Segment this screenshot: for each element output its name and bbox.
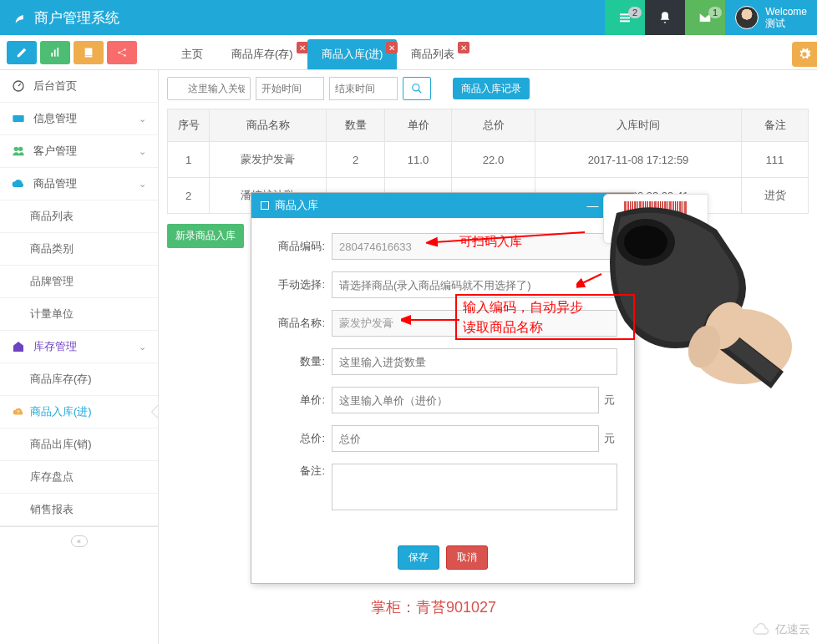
- tool-chart-button[interactable]: [40, 41, 70, 64]
- svg-rect-1: [620, 17, 630, 18]
- cloud-logo-icon: [752, 623, 772, 636]
- close-icon[interactable]: ✕: [458, 42, 469, 53]
- sidebar-item-product[interactable]: 商品管理 ⌄: [0, 168, 158, 200]
- dashboard-icon: [12, 79, 25, 93]
- cloud-up-icon: [12, 406, 25, 418]
- chevron-down-icon: ⌄: [139, 179, 146, 190]
- th-qty: 数量: [327, 109, 385, 142]
- settings-toggle[interactable]: [792, 42, 817, 67]
- book-icon: [83, 47, 94, 58]
- name-input[interactable]: [332, 310, 617, 337]
- close-icon[interactable]: ✕: [386, 42, 398, 53]
- header-mail-button[interactable]: 1: [685, 0, 725, 35]
- sidebar-label: 商品入库(进): [30, 404, 92, 419]
- tab-products[interactable]: 商品列表✕: [397, 39, 469, 69]
- cloud-icon: [12, 177, 25, 190]
- sidebar-label: 后台首页: [33, 79, 77, 94]
- modal-footer: 保存 取消: [251, 537, 634, 583]
- price-input[interactable]: [332, 387, 599, 413]
- sidebar-label: 客户管理: [33, 144, 77, 159]
- sidebar-item-stock-store[interactable]: 商品库存(存): [0, 363, 158, 396]
- unit-label: 元: [604, 431, 617, 446]
- tasks-badge: 2: [628, 7, 642, 18]
- minimize-button[interactable]: —: [587, 199, 599, 212]
- total-label: 总价:: [268, 431, 325, 446]
- svg-rect-10: [13, 115, 23, 122]
- end-date-input[interactable]: [329, 77, 398, 100]
- sidebar-item-info[interactable]: 信息管理 ⌄: [0, 103, 158, 135]
- mail-badge: 1: [708, 7, 722, 18]
- tool-share-button[interactable]: [107, 41, 137, 64]
- remark-label: 备注:: [268, 464, 325, 479]
- cell: 2: [168, 178, 210, 214]
- history-button[interactable]: 商品入库记录: [453, 78, 530, 99]
- svg-rect-3: [51, 53, 53, 57]
- sidebar-item-stock-check[interactable]: 库存盘点: [0, 461, 158, 494]
- barcode-number: 280474616633: [617, 226, 694, 238]
- remark-input[interactable]: [332, 464, 617, 510]
- user-panel[interactable]: Welcome 测试: [725, 0, 817, 35]
- cancel-button[interactable]: 取消: [446, 545, 488, 570]
- code-label: 商品编码:: [268, 239, 325, 254]
- sidebar-item-home[interactable]: 后台首页: [0, 70, 158, 103]
- chevron-down-icon: ⌄: [139, 146, 146, 157]
- table-row[interactable]: 1 蒙发护发膏 2 11.0 22.0 2017-11-08 17:12:59 …: [168, 142, 809, 178]
- start-date-input[interactable]: [256, 77, 324, 100]
- watermark-text: 亿速云: [775, 622, 810, 637]
- instock-modal: 商品入库 — □ ✕ 商品编码: 手动选择: 商品名称: 数量: 单价: 元 总…: [251, 192, 635, 584]
- tab-label: 主页: [181, 48, 203, 60]
- sidebar-collapse-button[interactable]: «: [0, 526, 158, 552]
- cell: 进货: [742, 178, 809, 214]
- header-bell-button[interactable]: [645, 0, 685, 35]
- total-input[interactable]: [332, 425, 599, 452]
- tab-stock[interactable]: 商品库存(存)✕: [217, 39, 307, 69]
- sidebar-item-stock-in[interactable]: 商品入库(进): [0, 396, 158, 428]
- th-time: 入库时间: [535, 109, 742, 142]
- leaf-icon: [13, 10, 28, 25]
- name-label: 商品名称:: [268, 316, 325, 331]
- th-seq: 序号: [168, 109, 210, 142]
- sidebar-item-sales-report[interactable]: 销售报表: [0, 494, 158, 526]
- cell: 2: [327, 142, 385, 178]
- th-price: 单价: [385, 109, 452, 142]
- sidebar-label: 商品库存(存): [30, 372, 92, 387]
- th-name: 商品名称: [210, 109, 327, 142]
- svg-rect-5: [57, 48, 58, 56]
- search-icon: [411, 83, 423, 94]
- save-button[interactable]: 保存: [398, 545, 439, 570]
- sidebar-label: 库存盘点: [30, 469, 74, 484]
- cell: 11.0: [385, 142, 452, 178]
- cell: 22.0: [452, 142, 535, 178]
- close-icon[interactable]: ✕: [297, 42, 308, 53]
- tool-buttons: [7, 41, 159, 64]
- sidebar-item-product-list[interactable]: 商品列表: [0, 200, 158, 233]
- sidebar-item-unit[interactable]: 计量单位: [0, 298, 158, 331]
- search-button[interactable]: [403, 77, 431, 100]
- sidebar-item-stock-out[interactable]: 商品出库(销): [0, 428, 158, 461]
- sidebar-item-stock[interactable]: 库存管理 ⌄: [0, 331, 158, 363]
- gear-icon: [798, 48, 811, 61]
- modal-title: 商品入库: [275, 198, 318, 213]
- header-actions: 2 1 Welcome 测试: [605, 0, 817, 35]
- price-label: 单价:: [268, 393, 325, 408]
- header-tasks-button[interactable]: 2: [605, 0, 645, 35]
- tool-edit-button[interactable]: [7, 41, 37, 64]
- sidebar-item-brand[interactable]: 品牌管理: [0, 266, 158, 298]
- new-record-button[interactable]: 新录商品入库: [167, 224, 244, 248]
- modal-header[interactable]: 商品入库 — □ ✕: [251, 193, 634, 218]
- code-input[interactable]: [332, 233, 617, 260]
- tab-instock[interactable]: 商品入库(进)✕: [307, 39, 398, 69]
- search-input[interactable]: [167, 77, 251, 100]
- manual-select[interactable]: [332, 271, 617, 298]
- tool-book-button[interactable]: [74, 41, 104, 64]
- tab-label: 商品库存(存): [231, 48, 293, 60]
- sidebar-item-product-cat[interactable]: 商品类别: [0, 233, 158, 266]
- sidebar-item-customer[interactable]: 客户管理 ⌄: [0, 135, 158, 168]
- tab-home[interactable]: 主页: [167, 39, 217, 69]
- tab-label: 商品列表: [411, 48, 454, 60]
- new-record-label: 新录商品入库: [175, 230, 236, 241]
- barcode-icon: [617, 201, 694, 225]
- bell-icon: [658, 11, 672, 24]
- qty-input[interactable]: [332, 348, 617, 375]
- pencil-icon: [16, 47, 28, 58]
